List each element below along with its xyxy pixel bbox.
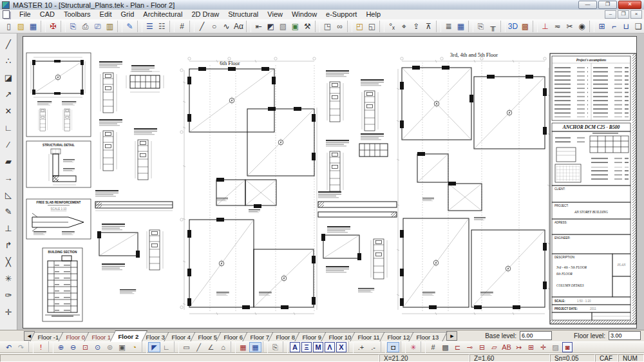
eraser-tool[interactable]: ▰ (1, 153, 16, 169)
section-table-icon[interactable]: ╥ (487, 21, 499, 32)
undo-icon[interactable]: ↶ (3, 342, 15, 352)
line-icon[interactable]: ╱ (196, 21, 208, 32)
zoom-window-icon[interactable]: ⊡ (79, 342, 91, 352)
print-preview-icon[interactable]: ⎚ (91, 21, 104, 32)
camera-box-icon[interactable]: ◙ (562, 342, 573, 352)
anchor-icon[interactable]: ⊥ (539, 21, 551, 32)
floor-tab[interactable]: Floor 13 (409, 332, 448, 341)
drawing-sheet[interactable]: STRUCTURAL DETAIL FREE SLAB REINFORCEMEN… (23, 36, 637, 329)
image-frame-icon[interactable]: ▣ (116, 342, 128, 352)
mdi-close-button[interactable]: × (630, 10, 642, 19)
arrow-ne-tool[interactable]: ↗ (1, 86, 16, 102)
copy-icon[interactable]: ⎘ (67, 21, 79, 32)
corner-edit-icon[interactable]: ⌐ (608, 21, 620, 32)
snap-star-icon[interactable]: ✳ (407, 342, 419, 352)
menu-2d-draw[interactable]: 2D Draw (187, 10, 223, 19)
bend-icon[interactable]: ≂ (551, 21, 564, 32)
layer-lambda-button[interactable]: Λ (325, 342, 335, 352)
level-up-icon[interactable]: ⇪ (410, 21, 422, 32)
cut-icon[interactable]: ✂ (564, 21, 576, 32)
arrow-tool[interactable]: → (1, 169, 16, 186)
restore-button[interactable]: ❐ (598, 1, 617, 9)
dim-line-tool[interactable]: ╱ (1, 35, 16, 52)
save-icon[interactable]: ▦ (27, 21, 39, 32)
mouse-mode-icon[interactable]: ◘ (387, 342, 399, 352)
rect-diagonal-tool[interactable]: ◪ (1, 69, 16, 86)
layer-x-button[interactable]: X (336, 342, 346, 352)
menu-e-support[interactable]: e-Support (321, 10, 361, 19)
grid-toggle-icon[interactable]: ▦ (249, 342, 261, 352)
close-button[interactable]: ✕ (618, 1, 641, 9)
corner-arrow-tool[interactable]: ↱ (1, 236, 16, 253)
measure-line-icon[interactable]: ╱ (193, 342, 205, 352)
document-icon[interactable] (3, 10, 10, 19)
calculator-icon[interactable]: ▦ (455, 21, 467, 32)
layer-manager-icon[interactable]: ☷ (156, 21, 168, 32)
degree-icon[interactable]: °ₓ (386, 21, 398, 32)
calc-icon[interactable]: ▦ (237, 342, 249, 352)
level-base-icon[interactable]: ⊼ (422, 21, 435, 32)
snap-center-icon[interactable]: ⊞ (525, 342, 537, 352)
marker-tool[interactable]: ✛ (1, 303, 16, 320)
doc-import-icon[interactable]: ◱ (366, 21, 378, 32)
snap-quadrant-icon[interactable]: ✛ (537, 342, 549, 352)
floor-tab[interactable]: Floor 2 (110, 330, 147, 341)
tools-icon[interactable]: ⚒ (301, 21, 314, 32)
pencil-tool[interactable]: ✎ (1, 203, 16, 220)
element-icon[interactable]: ◩ (265, 21, 277, 32)
snap-star-tool[interactable]: ✳ (1, 270, 16, 287)
snap-insert-icon[interactable]: ↣ (513, 342, 525, 352)
render-icon[interactable]: ▩ (519, 21, 531, 32)
comment-icon[interactable]: ❑ (632, 21, 644, 32)
regen-icon[interactable]: ◔ (128, 342, 140, 352)
properties-icon[interactable]: ◳ (321, 21, 334, 32)
cross-x-tool[interactable]: ╳ (1, 253, 16, 270)
binoculars-icon[interactable]: ◉ (576, 21, 588, 32)
sketch-pen-icon[interactable]: ✎ (124, 21, 136, 32)
grid-snap-icon[interactable]: # (176, 21, 188, 32)
arc-icon[interactable]: ∿ (220, 21, 232, 32)
minimize-button[interactable]: — (578, 1, 597, 9)
decimal-plus-button[interactable]: .+ (355, 342, 367, 352)
picker-tool[interactable]: ✑ (1, 287, 16, 303)
cross-tool[interactable]: ✕ (1, 102, 16, 119)
text-icon[interactable]: Aα (232, 21, 245, 32)
angle-base-tool[interactable]: ∟ (1, 119, 16, 136)
measure-dist-icon[interactable]: ▭ (180, 342, 193, 352)
dim-points-tool[interactable]: ∴ (1, 52, 16, 69)
print-icon[interactable]: ⎙ (79, 21, 91, 32)
zoom-extents-icon[interactable]: ⊚ (104, 342, 116, 352)
zoom-in-icon[interactable]: ⊕ (55, 342, 67, 352)
sheet-layout-icon[interactable]: ⎘ (475, 21, 487, 32)
menu-file[interactable]: File (15, 10, 35, 19)
layer-xi-button[interactable]: Ξ (301, 342, 312, 352)
materials-icon[interactable]: ▣ (289, 21, 301, 32)
u-profile-icon[interactable]: ⊔ (620, 21, 632, 32)
frame-edit-icon[interactable]: ⊞ (596, 21, 608, 32)
page-setup-icon[interactable]: ▥ (104, 21, 116, 32)
layer-a-button[interactable]: A (290, 342, 300, 352)
perpendicular-tool[interactable]: ⊥ (1, 220, 16, 236)
menu-help[interactable]: Help (361, 10, 385, 19)
menu-structural[interactable]: Structural (223, 10, 263, 19)
hatch-icon[interactable]: ▧ (277, 21, 289, 32)
segment-tool[interactable]: ∕ (1, 136, 16, 153)
find-icon[interactable]: ⌖ (398, 21, 410, 32)
dimension-icon[interactable]: ⇤ (252, 21, 265, 32)
snap-mid-icon[interactable]: ⊏ (451, 342, 464, 352)
ortho-icon[interactable]: ∟ (160, 342, 173, 352)
new-file-icon[interactable]: ▯ (3, 21, 15, 32)
menu-cad[interactable]: CAD (35, 10, 59, 19)
floor-level-input[interactable] (609, 331, 641, 340)
layers-icon[interactable]: ☰ (144, 21, 156, 32)
menu-view[interactable]: View (263, 10, 287, 19)
layer-m-button[interactable]: M (313, 342, 323, 352)
snap-grid-icon[interactable]: # (427, 342, 439, 352)
crb-stamp-icon[interactable]: ✠ (47, 21, 59, 32)
circle-icon[interactable]: ○ (208, 21, 220, 32)
zoom-out-icon[interactable]: ⊖ (67, 342, 79, 352)
view-3d-icon[interactable]: 3D (507, 21, 519, 32)
measure-angle-icon[interactable]: ∠ (205, 342, 217, 352)
measure-area-icon[interactable]: ⌂ (217, 342, 229, 352)
drawing-canvas[interactable]: STRUCTURAL DETAIL FREE SLAB REINFORCEMEN… (17, 33, 644, 330)
